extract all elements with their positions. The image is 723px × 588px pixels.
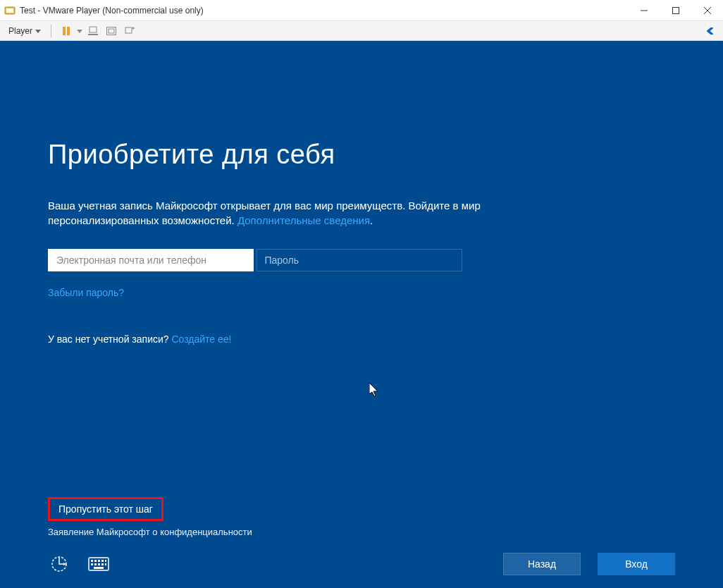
send-ctrl-alt-del-button[interactable] <box>85 23 101 39</box>
vmware-toolbar: Player <box>0 21 723 41</box>
privacy-link[interactable]: Заявление Майкрософт о конфиденциальност… <box>48 527 675 537</box>
keyboard-icon[interactable] <box>87 556 110 572</box>
vmware-icon <box>4 5 16 16</box>
svg-rect-7 <box>63 27 66 35</box>
toolbar-separator <box>51 25 51 37</box>
close-button[interactable] <box>691 0 723 20</box>
svg-rect-24 <box>105 560 106 562</box>
chevron-down-icon[interactable] <box>77 28 82 34</box>
svg-rect-14 <box>125 27 132 33</box>
fullscreen-button[interactable] <box>104 23 119 39</box>
window-titlebar: Test - VMware Player (Non-commercial use… <box>0 0 723 21</box>
svg-rect-22 <box>98 560 100 562</box>
pause-button[interactable] <box>58 23 74 39</box>
window-controls <box>628 0 723 20</box>
svg-rect-20 <box>91 560 93 562</box>
player-menu-label: Player <box>8 26 32 36</box>
page-subtext: Ваша учетная запись Майкрософт открывает… <box>48 198 499 228</box>
svg-rect-29 <box>105 563 106 565</box>
signin-button[interactable]: Вход <box>598 553 675 575</box>
page-title: Приобретите для себя <box>48 140 675 170</box>
svg-rect-10 <box>89 27 97 32</box>
create-account-link[interactable]: Создайте ее! <box>171 333 231 345</box>
learn-more-link[interactable]: Дополнительные сведения <box>237 214 370 226</box>
svg-rect-25 <box>91 563 93 565</box>
vm-display[interactable]: Приобретите для себя Ваша учетная запись… <box>0 41 723 588</box>
minimize-button[interactable] <box>628 0 660 20</box>
window-title: Test - VMware Player (Non-commercial use… <box>20 6 628 16</box>
svg-rect-8 <box>67 27 70 35</box>
skip-step-button[interactable]: Пропустить этот шаг <box>48 497 163 521</box>
bottom-controls: Пропустить этот шаг Заявление Майкрософт… <box>48 497 675 575</box>
svg-rect-3 <box>672 7 679 13</box>
svg-rect-13 <box>109 29 114 33</box>
maximize-button[interactable] <box>660 0 691 20</box>
collapse-toolbar-button[interactable] <box>702 23 717 39</box>
email-field[interactable] <box>48 249 254 271</box>
svg-rect-12 <box>107 27 116 35</box>
back-button[interactable]: Назад <box>503 553 581 575</box>
svg-rect-27 <box>98 563 100 565</box>
password-field[interactable] <box>257 249 462 271</box>
svg-rect-1 <box>6 8 13 13</box>
svg-rect-28 <box>101 563 104 565</box>
svg-marker-6 <box>35 30 41 33</box>
no-account-text: У вас нет учетной записи? Создайте ее! <box>48 333 675 345</box>
svg-rect-26 <box>94 563 97 565</box>
svg-rect-23 <box>101 560 104 562</box>
svg-rect-30 <box>94 567 104 569</box>
forgot-password-link[interactable]: Забыли пароль? <box>48 287 675 298</box>
svg-rect-11 <box>88 34 98 35</box>
chevron-down-icon <box>35 28 41 34</box>
svg-marker-9 <box>77 30 82 33</box>
player-menu[interactable]: Player <box>6 25 44 37</box>
ease-of-access-icon[interactable] <box>48 556 70 572</box>
unity-button[interactable] <box>122 23 137 39</box>
login-form <box>48 249 675 280</box>
svg-rect-21 <box>94 560 97 562</box>
